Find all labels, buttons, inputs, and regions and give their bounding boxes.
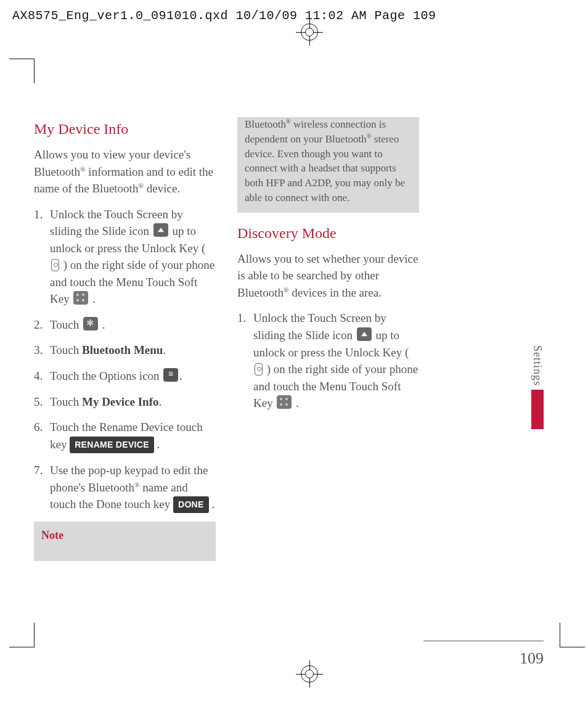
text: Bluetooth (245, 118, 286, 130)
reg-mark: ® (80, 165, 86, 172)
unlock-key-icon (51, 259, 59, 271)
registration-mark-bottom (301, 665, 318, 683)
reg-mark: ® (134, 480, 140, 488)
text: Touch (50, 395, 82, 408)
step-number: 6. (34, 419, 43, 436)
text: device. (144, 182, 180, 195)
text: devices in the area. (289, 286, 382, 299)
bold-text: Bluetooth Menu (82, 343, 163, 356)
intro-my-device-info: Allows you to view your device's Bluetoo… (34, 146, 216, 197)
menu-soft-key-icon (73, 291, 88, 305)
settings-gear-icon (83, 317, 98, 330)
step-number: 7. (34, 462, 43, 479)
intro-discovery-mode: Allows you to set whether your device is… (237, 250, 419, 302)
registration-mark-top (301, 23, 318, 41)
text: . (89, 292, 96, 305)
text: . (159, 395, 162, 408)
list-item: 1. Unlock the Touch Screen by sliding th… (237, 310, 419, 411)
done-key: DONE (173, 496, 209, 513)
list-item: 6. Touch the Rename Device touch key REN… (34, 419, 216, 453)
text: Touch (50, 318, 82, 331)
text: Touch the Options icon (50, 369, 162, 382)
steps-my-device-info: 1. Unlock the Touch Screen by sliding th… (34, 206, 216, 514)
list-item: 4. Touch the Options icon . (34, 367, 216, 385)
heading-discovery-mode: Discovery Mode (237, 225, 419, 242)
step-number: 1. (34, 206, 43, 223)
list-item: 5. Touch My Device Info. (34, 393, 216, 411)
step-number: 4. (34, 367, 43, 385)
step-number: 5. (34, 393, 43, 411)
reg-mark: ® (138, 182, 144, 189)
list-item: 1. Unlock the Touch Screen by sliding th… (34, 206, 216, 308)
heading-my-device-info: My Device Info (34, 121, 216, 138)
reg-mark: ® (286, 118, 291, 125)
section-tab: Settings (531, 345, 544, 429)
unlock-key-icon (255, 363, 263, 376)
section-tab-bar (531, 390, 544, 429)
steps-discovery-mode: 1. Unlock the Touch Screen by sliding th… (237, 310, 419, 411)
text: . (179, 369, 182, 382)
section-tab-label: Settings (531, 345, 544, 390)
slide-icon (357, 327, 372, 341)
list-item: 2. Touch . (34, 316, 216, 334)
list-item: 7. Use the pop-up keypad to edit the pho… (34, 462, 216, 513)
reg-mark: ® (284, 286, 289, 293)
body-content: My Device Info Allows you to view your d… (34, 117, 419, 561)
bold-text: My Device Info (82, 395, 159, 408)
step-number: 3. (34, 342, 43, 359)
text: Touch (50, 343, 82, 356)
text: . (209, 498, 215, 511)
text: . (99, 318, 105, 331)
options-list-icon (163, 368, 178, 382)
step-number: 2. (34, 316, 43, 334)
print-slug: AX8575_Eng_ver1.0_091010.qxd 10/10/09 11… (12, 9, 436, 23)
step-number: 1. (237, 310, 246, 327)
page-number-rule (423, 641, 544, 641)
note-heading: Note (41, 528, 208, 543)
list-item: 3. Touch Bluetooth Menu. (34, 342, 216, 359)
text: . (154, 438, 160, 451)
slide-icon (153, 223, 168, 237)
menu-soft-key-icon (277, 395, 292, 409)
text: . (293, 396, 299, 409)
reg-mark: ® (367, 133, 372, 139)
rename-device-key: RENAME DEVICE (70, 437, 154, 453)
page-number: 109 (520, 649, 544, 668)
text: . (163, 343, 166, 356)
